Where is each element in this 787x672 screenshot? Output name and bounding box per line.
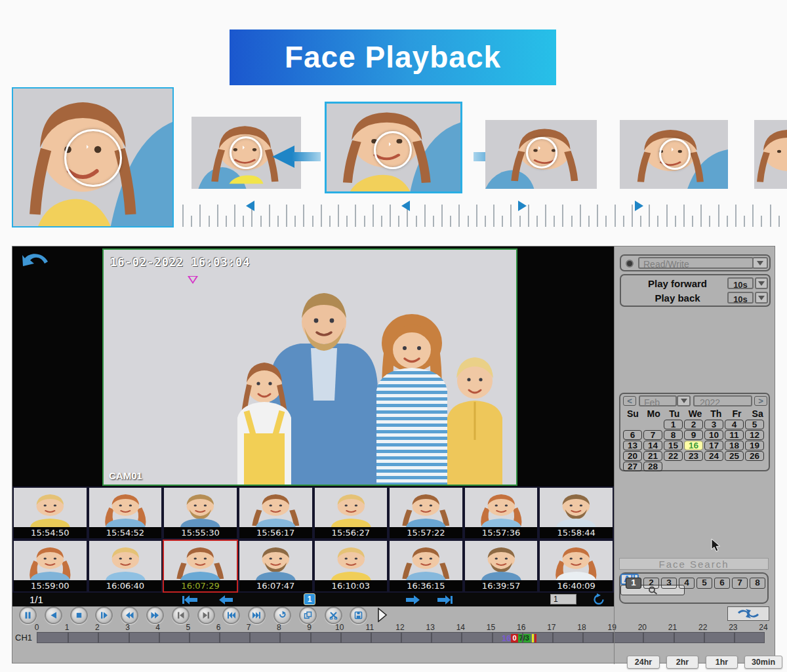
calendar-date[interactable]: 27: [623, 462, 642, 471]
channel-button-7[interactable]: 7: [732, 578, 748, 589]
calendar-date[interactable]: 11: [725, 430, 744, 440]
face-clip-thumbnail[interactable]: [620, 120, 728, 189]
face-result-selected[interactable]: 16:07:29: [163, 540, 238, 593]
calendar-date[interactable]: 28: [643, 462, 662, 471]
rewind-button[interactable]: [121, 606, 138, 624]
fast-forward-button[interactable]: [146, 606, 164, 624]
pause-button[interactable]: [19, 606, 37, 624]
calendar-prev-month-button[interactable]: <: [623, 396, 636, 406]
calendar-date[interactable]: 26: [745, 451, 764, 461]
channel-button-8[interactable]: 8: [750, 578, 765, 589]
play-back-value[interactable]: 10s: [727, 292, 754, 304]
channel-button-2[interactable]: 2: [643, 578, 659, 589]
video-frame[interactable]: 16-02-2022 16:03:04 CAM01: [102, 248, 517, 486]
prev-record-button[interactable]: [172, 606, 190, 624]
calendar-date[interactable]: 18: [725, 441, 744, 450]
play-icon[interactable]: [526, 137, 557, 168]
play-back-dropdown-icon[interactable]: [755, 292, 768, 304]
disk-mode-select[interactable]: Read/Write: [638, 257, 754, 269]
calendar-date[interactable]: 22: [664, 451, 683, 461]
current-page-badge[interactable]: 1: [304, 593, 315, 605]
range-button-24hr[interactable]: 24hr: [627, 656, 660, 669]
calendar-date[interactable]: 15: [664, 441, 683, 450]
channel-button-6[interactable]: 6: [714, 578, 730, 589]
face-result[interactable]: 15:55:30: [163, 486, 238, 540]
ruler-marker-right-icon[interactable]: [635, 201, 643, 211]
face-result[interactable]: 15:58:44: [538, 486, 614, 540]
calendar-date[interactable]: 20: [623, 451, 642, 461]
play-frame-button[interactable]: [95, 606, 113, 624]
loop-button[interactable]: [273, 606, 291, 624]
face-result[interactable]: 16:06:40: [88, 540, 163, 593]
ruler-marker-right-icon[interactable]: [518, 201, 527, 211]
calendar-month-dropdown-icon[interactable]: [677, 395, 691, 406]
channel-button-4[interactable]: 4: [679, 578, 695, 589]
calendar-date[interactable]: 12: [745, 430, 764, 440]
face-clip-thumbnail[interactable]: [485, 120, 597, 189]
calendar-date[interactable]: 24: [704, 451, 723, 461]
calendar-date[interactable]: 5: [745, 420, 764, 429]
play-forward-dropdown-icon[interactable]: [755, 277, 768, 289]
play-icon[interactable]: [64, 129, 122, 187]
calendar-date[interactable]: 17: [704, 441, 723, 450]
calendar-date[interactable]: 2: [684, 420, 703, 429]
back-arrow-icon[interactable]: [22, 250, 49, 270]
calendar-date[interactable]: 25: [725, 451, 744, 461]
copy-button[interactable]: [299, 606, 317, 624]
calendar-date[interactable]: 13: [623, 441, 642, 450]
play-forward-value[interactable]: 10s: [727, 277, 754, 289]
channel-button-1[interactable]: 1: [626, 578, 641, 589]
calendar-date-selected[interactable]: 16: [684, 441, 703, 450]
ruler-marker-left-icon[interactable]: [246, 201, 254, 211]
calendar-date[interactable]: 23: [684, 451, 703, 461]
page-number-input[interactable]: [550, 594, 576, 604]
save-button[interactable]: [350, 606, 367, 624]
play-icon[interactable]: [659, 138, 691, 170]
disk-mode-dropdown-icon[interactable]: [752, 257, 768, 269]
disk-mode-radio[interactable]: [626, 260, 634, 267]
sync-playback-button[interactable]: [727, 606, 769, 621]
face-result[interactable]: 16:39:57: [464, 540, 539, 593]
face-result[interactable]: 15:57:22: [388, 486, 464, 540]
calendar-date[interactable]: 21: [643, 451, 662, 461]
play-reverse-button[interactable]: [45, 606, 62, 624]
play-icon[interactable]: [230, 136, 262, 169]
calendar-date[interactable]: 3: [704, 420, 723, 429]
calendar-date[interactable]: 9: [684, 430, 703, 440]
calendar-date[interactable]: 7: [643, 430, 662, 440]
first-page-icon[interactable]: [182, 595, 197, 604]
face-clip-thumbnail-cut[interactable]: [754, 120, 787, 189]
calendar-date[interactable]: 8: [664, 430, 683, 440]
range-button-30min[interactable]: 30min: [744, 656, 782, 669]
last-page-icon[interactable]: [437, 595, 453, 604]
face-result[interactable]: 15:56:17: [238, 486, 313, 540]
face-result[interactable]: 15:54:50: [12, 486, 88, 540]
channel-button-3[interactable]: 3: [661, 578, 677, 589]
next-record-button[interactable]: [197, 606, 215, 624]
next-page-icon[interactable]: [406, 595, 420, 604]
range-button-1hr[interactable]: 1hr: [706, 656, 738, 669]
calendar-year-field[interactable]: 2022: [693, 395, 752, 406]
forward-end-button[interactable]: [248, 606, 266, 624]
calendar-date[interactable]: 10: [704, 430, 723, 440]
face-result[interactable]: 15:59:00: [12, 540, 88, 593]
channel-button-5[interactable]: 5: [696, 578, 712, 589]
calendar-date[interactable]: 1: [664, 420, 683, 429]
calendar-month-field[interactable]: Feb: [639, 395, 677, 406]
calendar-date[interactable]: 19: [745, 441, 764, 450]
face-result[interactable]: 15:57:36: [464, 486, 539, 540]
cut-button[interactable]: [325, 606, 342, 624]
calendar-date[interactable]: 6: [623, 430, 642, 440]
range-button-2hr[interactable]: 2hr: [666, 656, 698, 669]
stop-button[interactable]: [70, 606, 88, 624]
face-result[interactable]: 15:54:52: [88, 486, 163, 540]
calendar-next-month-button[interactable]: >: [754, 396, 767, 406]
face-result[interactable]: 16:07:47: [238, 540, 313, 593]
calendar-date[interactable]: 4: [725, 420, 744, 429]
rewind-end-button[interactable]: [222, 606, 240, 624]
refresh-icon[interactable]: [592, 593, 605, 606]
prev-page-icon[interactable]: [218, 595, 233, 604]
face-clip-thumbnail-large[interactable]: [12, 87, 174, 227]
calendar-date[interactable]: 14: [643, 441, 662, 450]
play-icon[interactable]: [374, 131, 412, 169]
